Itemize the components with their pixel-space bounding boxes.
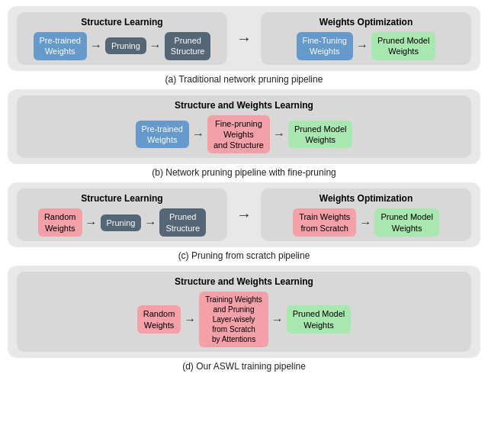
random-weights-c: RandomWeights — [38, 208, 82, 237]
pipeline-c-left-header: Structure Learning — [81, 193, 162, 204]
pretrained-weights-a: Pre-trainedWeights — [34, 32, 87, 60]
caption-d: (d) Our ASWL training pipeline — [182, 361, 306, 372]
arrow-2d: → — [271, 313, 284, 327]
pipeline-b-box: Structure and Weights Learning Pre-train… — [8, 89, 480, 165]
pipeline-c-box: Structure Learning RandomWeights → Pruni… — [8, 182, 480, 247]
arrow-2c: → — [144, 216, 156, 230]
arrow-1b: → — [192, 127, 204, 141]
arrow-mid-c: → — [236, 206, 252, 224]
arrow-mid-a: → — [236, 30, 252, 47]
pipeline-b: Structure and Weights Learning Pre-train… — [8, 89, 480, 179]
pipeline-a-left-header: Structure Learning — [81, 17, 162, 27]
arrow-2a: → — [149, 39, 162, 53]
pipeline-b-flow: Pre-trainedWeights → Fine-pruningWeights… — [136, 115, 353, 154]
train-weights-scratch-c: Train Weightsfrom Scratch — [293, 208, 356, 237]
finetuning-weights-a: Fine-TuningWeights — [297, 32, 353, 60]
pipeline-b-header: Structure and Weights Learning — [175, 100, 313, 111]
caption-b: (b) Network pruning pipeline with fine-p… — [152, 167, 336, 178]
main-container: Structure Learning Pre-trainedWeights → … — [0, 0, 488, 378]
arrow-3a: → — [356, 39, 368, 53]
pruned-model-b: Pruned ModelWeights — [288, 121, 353, 149]
pruned-model-d: Pruned ModelWeights — [287, 305, 352, 334]
pipeline-c-right-flow: Train Weightsfrom Scratch → Pruned Model… — [293, 208, 439, 237]
arrow-1a: → — [90, 39, 102, 53]
pipeline-d-box: Structure and Weights Learning RandomWei… — [8, 266, 480, 358]
pipeline-a-right-flow: Fine-TuningWeights → Pruned ModelWeights — [297, 32, 436, 60]
pruning-c: Pruning — [101, 214, 142, 231]
pipeline-c-right: Weights Optimization Train Weightsfrom S… — [261, 189, 471, 241]
pipeline-a: Structure Learning Pre-trainedWeights → … — [8, 6, 480, 85]
arrow-3c: → — [359, 216, 371, 230]
arrow-2b: → — [273, 127, 285, 141]
pruned-model-c: Pruned ModelWeights — [374, 208, 439, 237]
pipeline-a-box: Structure Learning Pre-trainedWeights → … — [8, 6, 480, 71]
pipeline-a-right-header: Weights Optimization — [319, 17, 413, 27]
training-weights-d: Training Weightsand PruningLayer-wiselyf… — [199, 292, 268, 347]
caption-a: (a) Traditional network pruning pipeline — [165, 74, 323, 85]
pipeline-d-flow: RandomWeights → Training Weightsand Prun… — [137, 292, 352, 347]
pipeline-a-left: Structure Learning Pre-trainedWeights → … — [17, 12, 227, 65]
pipeline-d: Structure and Weights Learning RandomWei… — [8, 266, 480, 372]
pipeline-a-right: Weights Optimization Fine-TuningWeights … — [261, 12, 471, 65]
pruned-model-a: Pruned ModelWeights — [371, 32, 436, 60]
fine-pruning-b: Fine-pruningWeightsand Structure — [207, 115, 270, 154]
pipeline-c: Structure Learning RandomWeights → Pruni… — [8, 182, 480, 261]
pipeline-c-left-flow: RandomWeights → Pruning → PrunedStructur… — [38, 208, 206, 237]
random-weights-d: RandomWeights — [137, 305, 181, 334]
pipeline-b-single: Structure and Weights Learning Pre-train… — [17, 95, 471, 159]
pipeline-d-header: Structure and Weights Learning — [175, 276, 313, 287]
pruned-structure-c: PrunedStructure — [159, 208, 206, 237]
pipeline-a-left-flow: Pre-trainedWeights → Pruning → PrunedStr… — [34, 32, 211, 60]
pruned-structure-a: PrunedStructure — [165, 32, 211, 60]
caption-c: (c) Pruning from scratch pipeline — [178, 250, 310, 261]
pretrained-weights-b: Pre-trainedWeights — [136, 121, 189, 149]
pipeline-c-right-header: Weights Optimization — [319, 193, 413, 204]
pruning-a: Pruning — [105, 37, 146, 54]
arrow-1c: → — [85, 216, 98, 230]
pipeline-d-single: Structure and Weights Learning RandomWei… — [17, 272, 471, 352]
arrow-1d: → — [184, 313, 196, 327]
pipeline-c-left: Structure Learning RandomWeights → Pruni… — [17, 189, 227, 241]
